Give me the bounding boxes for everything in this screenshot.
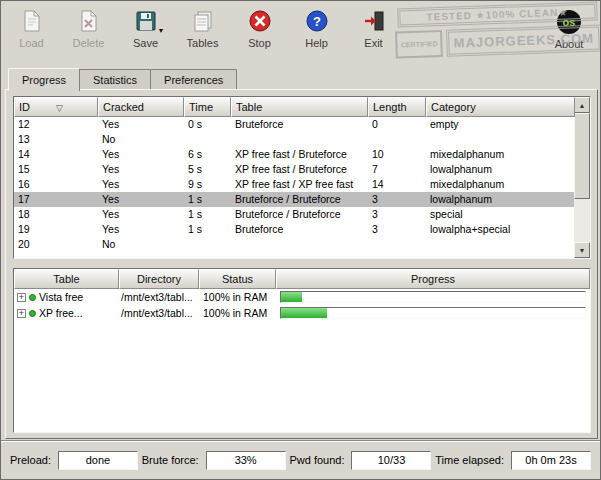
tables-icon: [190, 8, 216, 34]
results-row[interactable]: 19Yes1 sBruteforce3lowalpha+special: [14, 222, 574, 237]
status-value-brute-force: 33%: [206, 451, 286, 470]
toolbar-button-label: Delete: [73, 37, 105, 49]
cell-id: 19: [14, 222, 98, 237]
toolbar-button-help[interactable]: ?Help: [288, 3, 345, 49]
cell-length: [368, 237, 426, 252]
toolbar-button-label: Stop: [248, 37, 271, 49]
cell-id: 18: [14, 207, 98, 222]
toolbar-button-load[interactable]: Load: [3, 3, 60, 49]
tab-progress[interactable]: Progress: [8, 68, 80, 91]
status-bar: Preload:doneBrute force:33%Pwd found:10/…: [1, 440, 600, 479]
results-row[interactable]: 14Yes6 sXP free fast / Bruteforce10mixed…: [14, 147, 574, 162]
cell-length: 3: [368, 207, 426, 222]
enabled-status-icon: [29, 310, 36, 317]
cell-progress: [276, 307, 590, 319]
progress-bar-fill: [281, 292, 302, 302]
status-label-time-elapsed: Time elapsed:: [435, 454, 504, 466]
cell-id: 12: [14, 117, 98, 132]
cell-table: Bruteforce: [231, 117, 368, 132]
cell-category: lowalpha+special: [426, 222, 574, 237]
toolbar-button-label: Exit: [364, 37, 382, 49]
toolbar: LoadDelete▼SaveTablesStop?HelpExit os Ab…: [3, 3, 598, 65]
cell-time: 5 s: [184, 162, 231, 177]
column-header-progress[interactable]: Progress: [276, 269, 590, 289]
cell-id: 14: [14, 147, 98, 162]
tab-preferences[interactable]: Preferences: [150, 69, 237, 89]
toolbar-button-stop[interactable]: Stop: [231, 3, 288, 49]
toolbar-button-label: Tables: [187, 37, 219, 49]
ophcrack-window: LoadDelete▼SaveTablesStop?HelpExit os Ab…: [0, 0, 601, 480]
cell-time: 6 s: [184, 147, 231, 162]
toolbar-button-exit[interactable]: Exit: [345, 3, 402, 49]
tab-statistics[interactable]: Statistics: [79, 69, 151, 89]
column-header-id[interactable]: ID▽: [14, 97, 98, 117]
results-row[interactable]: 15Yes5 sXP free fast / Bruteforce7lowalp…: [14, 162, 574, 177]
toolbar-button-delete[interactable]: Delete: [60, 3, 117, 49]
column-header-directory[interactable]: Directory: [119, 269, 199, 289]
column-header-table[interactable]: Table: [231, 97, 368, 117]
table-row[interactable]: +Vista free/mnt/ext3/tabl...100% in RAM: [14, 289, 590, 305]
results-row[interactable]: 17Yes1 sBruteforce / Bruteforce3lowalpha…: [14, 192, 574, 207]
scroll-down-icon[interactable]: ▼: [574, 242, 590, 258]
tree-expander-icon[interactable]: +: [17, 293, 26, 302]
cell-length: 10: [368, 147, 426, 162]
cell-length: 3: [368, 192, 426, 207]
cell-progress: [276, 291, 590, 303]
toolbar-button-save[interactable]: ▼Save: [117, 3, 174, 49]
cell-table: [231, 237, 368, 252]
column-header-cracked[interactable]: Cracked: [98, 97, 184, 117]
table-row[interactable]: +XP free.../mnt/ext3/tabl...100% in RAM: [14, 305, 590, 321]
column-header-length[interactable]: Length: [368, 97, 426, 117]
tables-table: TableDirectoryStatusProgress +Vista free…: [13, 268, 591, 433]
cell-directory: /mnt/ext3/tabl...: [119, 307, 199, 319]
toolbar-button-tables[interactable]: Tables: [174, 3, 231, 49]
cell-category: special: [426, 207, 574, 222]
cell-category: [426, 237, 574, 252]
results-table-body: 12Yes0 sBruteforce0empty13No14Yes6 sXP f…: [14, 117, 574, 258]
cell-id: 20: [14, 237, 98, 252]
results-row[interactable]: 13No: [14, 132, 574, 147]
cell-length: [368, 132, 426, 147]
cell-time: [184, 237, 231, 252]
cell-category: mixedalphanum: [426, 177, 574, 192]
cell-time: 1 s: [184, 222, 231, 237]
cell-time: [184, 132, 231, 147]
status-value-preload: done: [58, 451, 138, 470]
toolbar-button-label: Save: [133, 37, 158, 49]
results-row[interactable]: 16Yes9 sXP free fast / XP free fast14mix…: [14, 177, 574, 192]
toolbar-items: LoadDelete▼SaveTablesStop?HelpExit: [3, 3, 598, 49]
cell-table: Bruteforce / Bruteforce: [231, 192, 368, 207]
scrollbar-thumb[interactable]: [574, 113, 590, 199]
cell-table-name: +Vista free: [14, 291, 119, 303]
load-icon: [19, 8, 45, 34]
toolbar-button-about[interactable]: os About: [546, 9, 592, 50]
column-header-table[interactable]: Table: [14, 269, 119, 289]
results-row[interactable]: 18Yes1 sBruteforce / Bruteforce3special: [14, 207, 574, 222]
cell-time: 0 s: [184, 117, 231, 132]
table-name-label: XP free...: [39, 307, 83, 319]
sort-indicator-icon: ▽: [56, 103, 63, 113]
tab-bar: ProgressStatisticsPreferences: [8, 67, 236, 90]
progress-bar: [280, 291, 586, 303]
results-row[interactable]: 20No: [14, 237, 574, 252]
scrollbar-track[interactable]: [574, 113, 590, 242]
results-row[interactable]: 12Yes0 sBruteforce0empty: [14, 117, 574, 132]
cell-cracked: No: [98, 132, 184, 147]
column-header-category[interactable]: Category: [426, 97, 575, 117]
status-field-pwd-found: Pwd found:10/33: [289, 451, 431, 470]
cell-table: XP free fast / XP free fast: [231, 177, 368, 192]
status-value-pwd-found: 10/33: [351, 451, 431, 470]
cell-cracked: No: [98, 237, 184, 252]
cell-length: 3: [368, 222, 426, 237]
cell-status: 100% in RAM: [199, 307, 276, 319]
vertical-scrollbar[interactable]: ▲ ▼: [574, 97, 590, 258]
column-header-status[interactable]: Status: [199, 269, 276, 289]
results-table: ID▽CrackedTimeTableLengthCategory 12Yes0…: [13, 96, 591, 259]
status-field-brute-force: Brute force:33%: [142, 451, 286, 470]
toolbar-button-label: About: [555, 38, 584, 50]
column-header-time[interactable]: Time: [184, 97, 231, 117]
progress-bar: [280, 307, 586, 319]
help-icon: ?: [304, 8, 330, 34]
tree-expander-icon[interactable]: +: [17, 309, 26, 318]
cell-length: 0: [368, 117, 426, 132]
